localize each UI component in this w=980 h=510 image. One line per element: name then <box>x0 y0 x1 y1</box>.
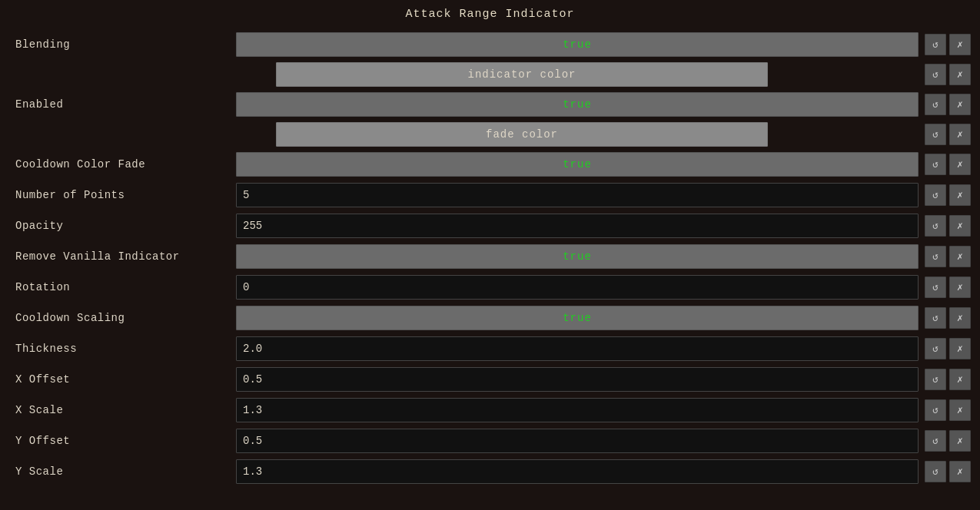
reset-btn-rotation[interactable]: ↺ <box>925 277 946 298</box>
delete-btn-blending[interactable]: ✗ <box>949 34 971 55</box>
color-row-blending: indicator color↺✗ <box>9 61 971 88</box>
setting-row-number-of-points: Number of Points↺✗ <box>9 180 971 210</box>
color-reset-btn-enabled[interactable]: ↺ <box>925 124 946 145</box>
title-bar: Attack Range Indicator <box>0 0 980 27</box>
reset-btn-remove-vanilla-indicator[interactable]: ↺ <box>925 246 946 267</box>
label-y-offset: Y Offset <box>9 435 236 447</box>
setting-row-rotation: Rotation↺✗ <box>9 273 971 302</box>
toggle-enabled[interactable]: true <box>236 92 919 117</box>
color-btn-enabled[interactable]: fade color <box>276 122 768 147</box>
setting-row-enabled: Enabledtrue↺✗ <box>9 90 971 119</box>
label-opacity: Opacity <box>9 220 236 232</box>
delete-btn-y-scale[interactable]: ✗ <box>949 461 971 482</box>
label-thickness: Thickness <box>9 343 236 355</box>
label-enabled: Enabled <box>9 98 236 111</box>
reset-btn-opacity[interactable]: ↺ <box>925 215 946 237</box>
input-number-of-points[interactable] <box>236 183 919 207</box>
setting-row-cooldown-color-fade: Cooldown Color Fadetrue↺✗ <box>9 150 971 179</box>
delete-btn-cooldown-scaling[interactable]: ✗ <box>949 307 971 329</box>
settings-container: Blendingtrue↺✗indicator color↺✗Enabledtr… <box>0 27 980 491</box>
label-y-scale: Y Scale <box>9 465 236 478</box>
input-x-scale[interactable] <box>236 398 919 422</box>
setting-row-x-offset: X Offset↺✗ <box>9 365 971 394</box>
color-reset-btn-blending[interactable]: ↺ <box>925 64 946 85</box>
reset-btn-y-scale[interactable]: ↺ <box>925 461 946 482</box>
toggle-cooldown-color-fade[interactable]: true <box>236 152 919 177</box>
input-thickness[interactable] <box>236 336 919 361</box>
input-opacity[interactable] <box>236 214 919 238</box>
delete-btn-number-of-points[interactable]: ✗ <box>949 184 971 206</box>
reset-btn-number-of-points[interactable]: ↺ <box>925 184 946 206</box>
label-rotation: Rotation <box>9 281 236 293</box>
setting-row-y-scale: Y Scale↺✗ <box>9 457 971 486</box>
reset-btn-y-offset[interactable]: ↺ <box>925 430 946 452</box>
reset-btn-x-scale[interactable]: ↺ <box>925 399 946 421</box>
color-btn-blending[interactable]: indicator color <box>276 62 768 87</box>
reset-btn-cooldown-color-fade[interactable]: ↺ <box>925 154 946 175</box>
label-x-scale: X Scale <box>9 404 236 416</box>
setting-row-x-scale: X Scale↺✗ <box>9 396 971 425</box>
setting-row-opacity: Opacity↺✗ <box>9 211 971 240</box>
delete-btn-rotation[interactable]: ✗ <box>949 277 971 298</box>
delete-btn-cooldown-color-fade[interactable]: ✗ <box>949 154 971 175</box>
delete-btn-y-offset[interactable]: ✗ <box>949 430 971 452</box>
input-y-offset[interactable] <box>236 429 919 453</box>
delete-btn-opacity[interactable]: ✗ <box>949 215 971 237</box>
reset-btn-blending[interactable]: ↺ <box>925 34 946 55</box>
toggle-blending[interactable]: true <box>236 32 919 57</box>
delete-btn-x-scale[interactable]: ✗ <box>949 399 971 421</box>
label-x-offset: X Offset <box>9 373 236 386</box>
label-number-of-points: Number of Points <box>9 189 236 201</box>
delete-btn-x-offset[interactable]: ✗ <box>949 369 971 390</box>
setting-row-thickness: Thickness↺✗ <box>9 334 971 363</box>
delete-btn-thickness[interactable]: ✗ <box>949 338 971 359</box>
reset-btn-enabled[interactable]: ↺ <box>925 94 946 115</box>
label-cooldown-color-fade: Cooldown Color Fade <box>9 158 236 171</box>
color-delete-btn-blending[interactable]: ✗ <box>949 64 971 85</box>
toggle-remove-vanilla-indicator[interactable]: true <box>236 244 919 269</box>
toggle-cooldown-scaling[interactable]: true <box>236 306 919 330</box>
delete-btn-remove-vanilla-indicator[interactable]: ✗ <box>949 246 971 267</box>
label-blending: Blending <box>9 38 236 51</box>
setting-row-blending: Blendingtrue↺✗ <box>9 30 971 59</box>
setting-row-y-offset: Y Offset↺✗ <box>9 426 971 455</box>
color-delete-btn-enabled[interactable]: ✗ <box>949 124 971 145</box>
input-y-scale[interactable] <box>236 459 919 484</box>
input-x-offset[interactable] <box>236 367 919 392</box>
reset-btn-x-offset[interactable]: ↺ <box>925 369 946 390</box>
delete-btn-enabled[interactable]: ✗ <box>949 94 971 115</box>
input-rotation[interactable] <box>236 275 919 300</box>
reset-btn-thickness[interactable]: ↺ <box>925 338 946 359</box>
label-remove-vanilla-indicator: Remove Vanilla Indicator <box>9 250 236 263</box>
label-cooldown-scaling: Cooldown Scaling <box>9 312 236 324</box>
setting-row-cooldown-scaling: Cooldown Scalingtrue↺✗ <box>9 303 971 333</box>
setting-row-remove-vanilla-indicator: Remove Vanilla Indicatortrue↺✗ <box>9 242 971 271</box>
color-row-enabled: fade color↺✗ <box>9 121 971 148</box>
reset-btn-cooldown-scaling[interactable]: ↺ <box>925 307 946 329</box>
